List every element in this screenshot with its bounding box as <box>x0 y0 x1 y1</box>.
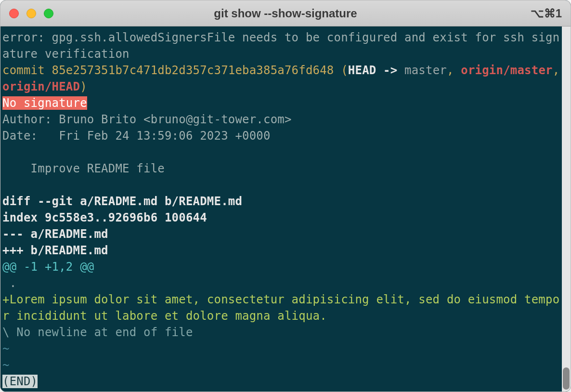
terminal-output: error: gpg.ssh.allowedSignersFile needs … <box>0 26 562 366</box>
diff-hunk: @@ -1 +1,2 @@ <box>2 260 94 274</box>
terminal-window: git show --show-signature ⌥⌘1 error: gpg… <box>0 0 571 392</box>
keyboard-shortcut-indicator: ⌥⌘1 <box>531 7 562 20</box>
refs-open: ( <box>334 64 348 77</box>
diff-plus-file: +++ b/README.md <box>2 244 108 257</box>
tilde-line: ~ <box>2 358 10 372</box>
remote-origin-master: origin/master <box>461 64 552 77</box>
no-signature-badge: No signature <box>2 96 87 110</box>
head-label: HEAD -> <box>348 64 404 77</box>
diff-added: +Lorem ipsum dolor sit amet, consectetur… <box>2 293 559 323</box>
minimize-icon[interactable] <box>26 9 36 18</box>
diff-context: . <box>2 276 16 290</box>
terminal-viewport[interactable]: error: gpg.ssh.allowedSignersFile needs … <box>0 26 562 392</box>
comma-1: , <box>447 64 461 77</box>
no-newline: \ No newline at end of file <box>2 326 193 339</box>
pager-end: (END) <box>2 375 38 388</box>
diff-header: diff --git a/README.md b/README.md <box>2 195 242 208</box>
window-title: git show --show-signature <box>0 7 571 20</box>
zoom-icon[interactable] <box>44 9 53 18</box>
scrollbar-thumb[interactable] <box>563 367 570 390</box>
commit-hash: commit 85e257351b7c471db2d357c371eba385a… <box>2 64 334 77</box>
close-icon[interactable] <box>9 9 19 18</box>
comma-2: , <box>553 64 562 77</box>
error-line: error: gpg.ssh.allowedSignersFile needs … <box>2 31 559 61</box>
commit-message: Improve README file <box>2 162 165 175</box>
refs-close: ) <box>80 80 87 93</box>
author-line: Author: Bruno Brito <bruno@git-tower.com… <box>2 113 292 126</box>
tilde-line: ~ <box>2 342 10 355</box>
date-line: Date: Fri Feb 24 13:59:06 2023 +0000 <box>2 129 271 143</box>
diff-minus-file: --- a/README.md <box>2 227 108 241</box>
diff-index: index 9c558e3..92696b6 100644 <box>2 211 207 224</box>
titlebar: git show --show-signature ⌥⌘1 <box>0 0 571 26</box>
scrollbar-track[interactable] <box>562 26 571 392</box>
traffic-lights <box>9 9 53 18</box>
remote-origin-head: origin/HEAD <box>2 80 80 93</box>
branch-master: master <box>404 64 447 77</box>
